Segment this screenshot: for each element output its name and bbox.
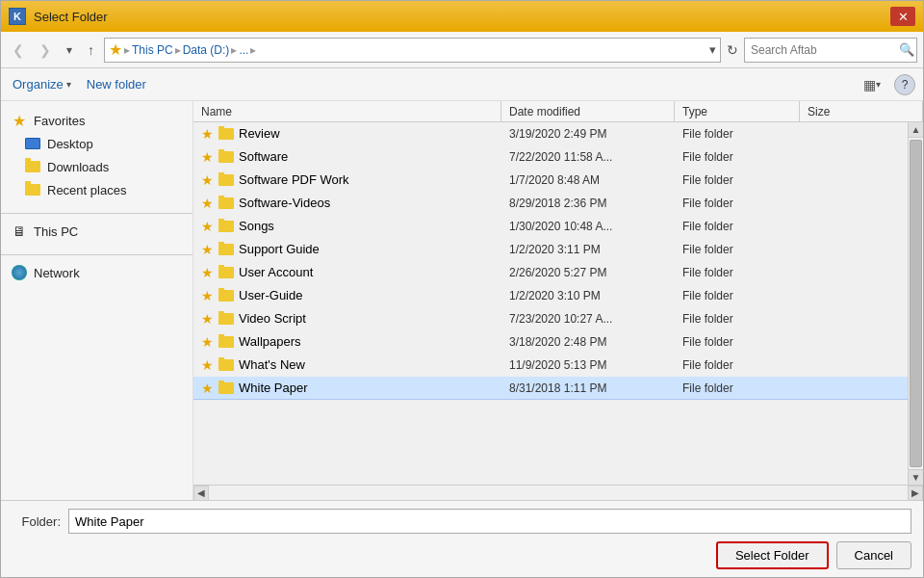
folder-label: Folder: <box>13 514 61 529</box>
sidebar: ★ Favorites Desktop Downloads <box>1 101 193 500</box>
file-type: File folder <box>675 150 800 164</box>
desktop-icon <box>24 135 41 152</box>
file-row[interactable]: ★ What's New 11/9/2020 5:13 PM File fold… <box>193 354 908 377</box>
file-row[interactable]: ★ Software-Videos 8/29/2018 2:36 PM File… <box>193 192 908 215</box>
file-name: Review <box>239 126 280 141</box>
app-icon: K <box>9 8 26 25</box>
file-list[interactable]: ★ Review 3/19/2020 2:49 PM File folder ★… <box>193 122 908 485</box>
file-type: File folder <box>675 127 800 141</box>
file-name: Songs <box>239 219 274 233</box>
file-type: File folder <box>675 289 800 302</box>
folder-icon <box>218 336 234 348</box>
file-date: 1/2/2020 3:11 PM <box>501 243 675 256</box>
file-area: Name Date modified Type Size ★ Review 3/… <box>193 101 923 500</box>
sidebar-item-network[interactable]: Network <box>1 261 192 284</box>
help-button[interactable]: ? <box>894 74 915 95</box>
folder-icon <box>218 359 234 371</box>
column-header-type[interactable]: Type <box>675 101 800 122</box>
main-area: ★ Favorites Desktop Downloads <box>1 101 923 500</box>
file-type: File folder <box>675 220 800 233</box>
file-star-icon: ★ <box>201 149 214 165</box>
file-type: File folder <box>675 312 800 326</box>
scroll-down-button[interactable]: ▼ <box>909 469 923 485</box>
file-name-cell: ★ Review <box>193 126 501 142</box>
folder-icon <box>218 197 234 209</box>
search-input[interactable] <box>751 43 895 57</box>
horizontal-scrollbar[interactable]: ◀ ▶ <box>193 485 923 500</box>
file-name: White Paper <box>239 381 308 395</box>
file-date: 8/29/2018 2:36 PM <box>501 197 675 210</box>
scroll-up-button[interactable]: ▲ <box>909 122 923 138</box>
refresh-button[interactable]: ↻ <box>725 40 740 60</box>
file-row[interactable]: ★ Songs 1/30/2020 10:48 A... File folder <box>193 215 908 238</box>
file-date: 1/7/2020 8:48 AM <box>501 173 675 187</box>
file-row[interactable]: ★ Software PDF Work 1/7/2020 8:48 AM Fil… <box>193 169 908 192</box>
file-name-cell: ★ User Account <box>193 265 501 280</box>
file-row[interactable]: ★ Support Guide 1/2/2020 3:11 PM File fo… <box>193 238 908 261</box>
sidebar-item-downloads[interactable]: Downloads <box>1 155 192 178</box>
file-type: File folder <box>675 266 800 279</box>
file-row[interactable]: ★ Video Script 7/23/2020 10:27 A... File… <box>193 307 908 330</box>
sidebar-item-this-pc[interactable]: 🖥 This PC <box>1 220 192 243</box>
file-name-cell: ★ Software <box>193 149 501 165</box>
h-scroll-track[interactable] <box>209 486 908 500</box>
file-star-icon: ★ <box>201 196 214 211</box>
search-bar: 🔍 <box>744 38 917 63</box>
breadcrumb-separator-2: ▸ <box>175 43 181 57</box>
folder-icon <box>218 290 234 302</box>
cancel-button[interactable]: Cancel <box>836 541 911 569</box>
select-folder-button[interactable]: Select Folder <box>716 541 829 569</box>
folder-input[interactable] <box>68 509 911 534</box>
organize-button[interactable]: Organize ▾ <box>9 75 75 93</box>
up-button[interactable]: ↑ <box>82 39 100 61</box>
toolbar: Organize ▾ New folder ▦ ▾ ? <box>1 68 923 101</box>
file-row[interactable]: ★ Review 3/19/2020 2:49 PM File folder <box>193 122 908 145</box>
file-name: Software PDF Work <box>239 172 349 187</box>
file-row[interactable]: ★ White Paper 8/31/2018 1:11 PM File fol… <box>193 377 908 400</box>
file-name: Software <box>239 149 288 164</box>
view-grid-icon: ▦ <box>863 77 876 92</box>
scroll-thumb[interactable] <box>910 140 922 467</box>
breadcrumb-this-pc[interactable]: This PC <box>132 43 173 57</box>
column-header-size[interactable]: Size <box>800 101 923 122</box>
file-date: 1/2/2020 3:10 PM <box>501 289 675 302</box>
favorites-section: ★ Favorites Desktop Downloads <box>1 109 192 201</box>
sidebar-item-recent-places[interactable]: Recent places <box>1 178 192 201</box>
breadcrumb-current-folder[interactable]: ... <box>239 43 248 57</box>
vertical-scrollbar[interactable]: ▲ ▼ <box>908 122 923 485</box>
file-row[interactable]: ★ Wallpapers 3/18/2020 2:48 PM File fold… <box>193 330 908 354</box>
file-list-header: Name Date modified Type Size <box>193 101 923 122</box>
scroll-right-button[interactable]: ▶ <box>908 486 923 501</box>
file-date: 8/31/2018 1:11 PM <box>501 381 675 395</box>
search-icon: 🔍 <box>899 42 914 57</box>
scroll-left-button[interactable]: ◀ <box>193 486 209 501</box>
file-type: File folder <box>675 173 800 187</box>
file-name: Video Script <box>239 311 306 326</box>
view-options-button[interactable]: ▦ ▾ <box>858 74 886 95</box>
title-bar-left: K Select Folder <box>9 8 108 25</box>
close-button[interactable]: ✕ <box>890 7 915 26</box>
sidebar-item-desktop[interactable]: Desktop <box>1 132 192 155</box>
breadcrumb-dropdown-button[interactable]: ▾ <box>709 42 716 57</box>
file-row[interactable]: ★ User Account 2/26/2020 5:27 PM File fo… <box>193 261 908 284</box>
folder-icon <box>218 382 234 394</box>
network-section: Network <box>1 261 192 284</box>
this-pc-section: 🖥 This PC <box>1 220 192 243</box>
file-star-icon: ★ <box>201 219 214 234</box>
back-button[interactable]: ❮ <box>7 39 30 61</box>
breadcrumb-data-drive[interactable]: Data (D:) <box>183 43 230 57</box>
file-date: 7/23/2020 10:27 A... <box>501 312 675 326</box>
dropdown-arrow-button[interactable]: ▾ <box>61 40 78 60</box>
file-name: Support Guide <box>239 242 320 256</box>
column-header-date[interactable]: Date modified <box>501 101 675 122</box>
file-name-cell: ★ User-Guide <box>193 288 501 303</box>
file-name-cell: ★ Support Guide <box>193 242 501 257</box>
new-folder-button[interactable]: New folder <box>83 75 150 93</box>
file-date: 3/19/2020 2:49 PM <box>501 127 675 141</box>
file-row[interactable]: ★ User-Guide 1/2/2020 3:10 PM File folde… <box>193 284 908 307</box>
column-header-name[interactable]: Name <box>193 101 501 122</box>
file-name-cell: ★ Software PDF Work <box>193 172 501 188</box>
file-row[interactable]: ★ Software 7/22/2020 11:58 A... File fol… <box>193 145 908 169</box>
file-star-icon: ★ <box>201 357 214 373</box>
forward-button[interactable]: ❯ <box>34 39 57 61</box>
